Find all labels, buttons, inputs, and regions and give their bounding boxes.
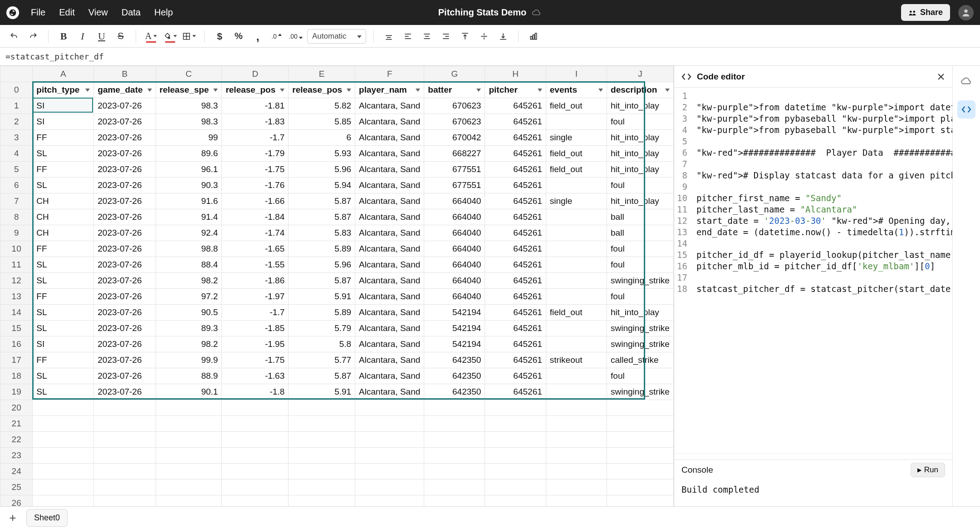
cell-10-2[interactable]: 98.8 <box>156 241 222 257</box>
cell-11-3[interactable]: -1.55 <box>222 257 289 273</box>
cell-17-0[interactable]: FF <box>33 352 94 368</box>
cell-14-3[interactable]: -1.7 <box>222 305 289 321</box>
cell-20-3[interactable] <box>222 400 289 416</box>
cell-19-0[interactable]: SL <box>33 384 94 400</box>
cell-13-5[interactable]: Alcantara, Sand <box>355 289 424 305</box>
cell-15-3[interactable]: -1.85 <box>222 321 289 336</box>
cell-18-3[interactable]: -1.63 <box>222 368 289 384</box>
cell-20-6[interactable] <box>424 400 485 416</box>
data-header-1[interactable]: game_date <box>94 82 156 98</box>
cell-22-0[interactable] <box>33 432 94 448</box>
cell-23-4[interactable] <box>289 448 355 464</box>
cell-19-9[interactable]: swinging_strike <box>607 384 674 400</box>
cell-10-5[interactable]: Alcantara, Sand <box>355 241 424 257</box>
cell-25-6[interactable] <box>424 480 485 495</box>
cell-13-1[interactable]: 2023-07-26 <box>94 289 156 305</box>
row-header-2[interactable]: 2 <box>0 114 33 130</box>
cloud-rail-button[interactable] <box>957 72 975 90</box>
code-horizontal-scrollbar[interactable] <box>674 453 952 460</box>
cell-13-2[interactable]: 97.2 <box>156 289 222 305</box>
cell-2-4[interactable]: 5.85 <box>289 114 355 130</box>
cell-24-0[interactable] <box>33 464 94 480</box>
cell-5-0[interactable]: FF <box>33 162 94 178</box>
data-header-8[interactable]: events <box>546 82 607 98</box>
cell-24-2[interactable] <box>156 464 222 480</box>
col-header-C[interactable]: C <box>156 66 222 82</box>
align-left-button[interactable] <box>400 29 416 44</box>
cell-15-0[interactable]: SL <box>33 321 94 336</box>
cell-14-5[interactable]: Alcantara, Sand <box>355 305 424 321</box>
cell-23-2[interactable] <box>156 448 222 464</box>
cell-2-5[interactable]: Alcantara, Sand <box>355 114 424 130</box>
data-header-5[interactable]: player_nam <box>355 82 424 98</box>
cell-6-3[interactable]: -1.76 <box>222 178 289 193</box>
cell-11-4[interactable]: 5.96 <box>289 257 355 273</box>
row-header-21[interactable]: 21 <box>0 416 33 432</box>
cell-5-5[interactable]: Alcantara, Sand <box>355 162 424 178</box>
cell-16-6[interactable]: 542194 <box>424 336 485 352</box>
cell-9-3[interactable]: -1.74 <box>222 225 289 241</box>
text-color-button[interactable]: A <box>143 29 159 44</box>
document-title[interactable]: Pitching Stats Demo <box>438 7 526 18</box>
cell-3-8[interactable]: single <box>546 130 607 146</box>
cell-23-9[interactable] <box>607 448 674 464</box>
cell-1-8[interactable]: field_out <box>546 98 607 114</box>
cell-12-0[interactable]: SL <box>33 273 94 289</box>
vertical-align-bottom-button[interactable] <box>495 29 511 44</box>
cell-9-6[interactable]: 664040 <box>424 225 485 241</box>
cell-16-4[interactable]: 5.8 <box>289 336 355 352</box>
cell-19-7[interactable]: 645261 <box>485 384 546 400</box>
cell-18-4[interactable]: 5.87 <box>289 368 355 384</box>
percent-button[interactable]: % <box>231 29 246 44</box>
cell-7-4[interactable]: 5.87 <box>289 193 355 209</box>
cell-11-7[interactable]: 645261 <box>485 257 546 273</box>
cell-6-6[interactable]: 677551 <box>424 178 485 193</box>
data-header-4[interactable]: release_pos <box>289 82 355 98</box>
cell-1-9[interactable]: hit_into_play <box>607 98 674 114</box>
cell-6-0[interactable]: SL <box>33 178 94 193</box>
col-header-H[interactable]: H <box>485 66 546 82</box>
borders-button[interactable] <box>181 29 197 44</box>
cell-24-6[interactable] <box>424 464 485 480</box>
cell-21-7[interactable] <box>485 416 546 432</box>
cell-10-1[interactable]: 2023-07-26 <box>94 241 156 257</box>
cell-22-7[interactable] <box>485 432 546 448</box>
cell-16-7[interactable]: 645261 <box>485 336 546 352</box>
row-header-20[interactable]: 20 <box>0 400 33 416</box>
cell-19-5[interactable]: Alcantara, Sand <box>355 384 424 400</box>
cell-4-8[interactable]: field_out <box>546 146 607 162</box>
row-header-19[interactable]: 19 <box>0 384 33 400</box>
cell-21-6[interactable] <box>424 416 485 432</box>
row-header-24[interactable]: 24 <box>0 464 33 480</box>
cell-9-2[interactable]: 92.4 <box>156 225 222 241</box>
cell-4-7[interactable]: 645261 <box>485 146 546 162</box>
cell-25-2[interactable] <box>156 480 222 495</box>
cell-6-1[interactable]: 2023-07-26 <box>94 178 156 193</box>
row-header-13[interactable]: 13 <box>0 289 33 305</box>
add-sheet-button[interactable]: + <box>5 510 21 526</box>
cell-12-6[interactable]: 664040 <box>424 273 485 289</box>
col-header-E[interactable]: E <box>289 66 355 82</box>
align-vertical-button[interactable] <box>381 29 397 44</box>
cell-7-7[interactable]: 645261 <box>485 193 546 209</box>
code-rail-button[interactable] <box>957 100 975 119</box>
cell-5-6[interactable]: 677551 <box>424 162 485 178</box>
cell-10-7[interactable]: 645261 <box>485 241 546 257</box>
cell-15-6[interactable]: 542194 <box>424 321 485 336</box>
data-header-0[interactable]: pitch_type <box>33 82 94 98</box>
cell-7-2[interactable]: 91.6 <box>156 193 222 209</box>
row-header-18[interactable]: 18 <box>0 368 33 384</box>
cell-19-6[interactable]: 642350 <box>424 384 485 400</box>
vertical-align-top-button[interactable] <box>457 29 473 44</box>
row-header-11[interactable]: 11 <box>0 257 33 273</box>
cell-19-3[interactable]: -1.8 <box>222 384 289 400</box>
cell-12-5[interactable]: Alcantara, Sand <box>355 273 424 289</box>
cell-24-1[interactable] <box>94 464 156 480</box>
col-header-A[interactable]: A <box>33 66 94 82</box>
col-header-I[interactable]: I <box>546 66 607 82</box>
cell-16-1[interactable]: 2023-07-26 <box>94 336 156 352</box>
cell-12-3[interactable]: -1.86 <box>222 273 289 289</box>
cell-21-3[interactable] <box>222 416 289 432</box>
data-header-2[interactable]: release_spe <box>156 82 222 98</box>
cell-18-2[interactable]: 88.9 <box>156 368 222 384</box>
